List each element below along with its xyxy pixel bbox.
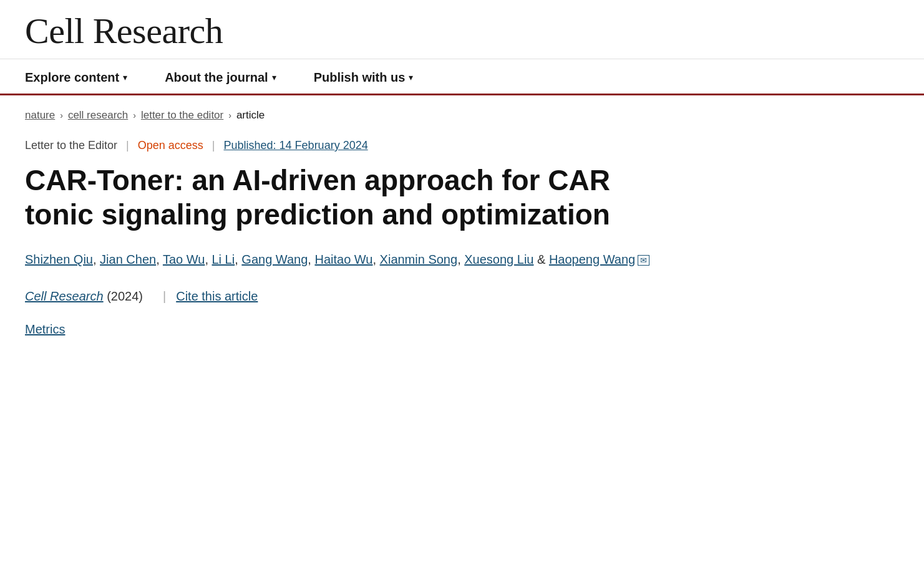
email-icon: ✉ [638,255,649,266]
site-header: Cell Research [0,0,924,59]
breadcrumb-cell-research[interactable]: cell research [68,109,128,122]
nav-about-label: About the journal [165,70,268,85]
nav-publish-with-us[interactable]: Publish with us ▾ [314,70,414,85]
authors-section: Shizhen Qiu, Jian Chen, Tao Wu, Li Li, G… [0,244,749,281]
author-xuesong-liu[interactable]: Xuesong Liu [464,253,533,266]
nav-publish-label: Publish with us [314,70,406,85]
cite-this-article[interactable]: Cite this article [176,289,258,304]
author-sep-5: , [372,253,379,266]
breadcrumb-sep-2: › [133,110,136,120]
nav-about-chevron: ▾ [272,72,276,82]
nav-publish-chevron: ▾ [409,72,413,82]
author-sep-6: , [457,253,464,266]
author-xianmin-song[interactable]: Xianmin Song [380,253,458,266]
author-li-li[interactable]: Li Li [212,253,235,266]
nav-about-journal[interactable]: About the journal ▾ [165,70,276,85]
citation-year: (2024) [104,289,143,304]
breadcrumb-sep-1: › [60,110,63,120]
meta-sep-1: | [126,139,129,152]
citation-bar: Cell Research (2024) | Cite this article [0,281,924,312]
article-title: CAR-Toner: an AI-driven approach for CAR… [0,157,686,244]
published-date[interactable]: Published: 14 February 2024 [224,139,368,152]
citation-pipe: | [163,289,166,304]
author-sep-2: , [205,253,212,266]
author-sep-4: , [308,253,314,266]
article-type: Letter to the Editor [25,139,117,152]
article-meta: Letter to the Editor | Open access | Pub… [0,133,924,157]
breadcrumb-article: article [236,109,265,122]
author-sep-0: , [93,253,100,266]
author-sep-3: , [235,253,241,266]
open-access-badge[interactable]: Open access [138,139,203,152]
author-haopeng-wang[interactable]: Haopeng Wang [549,253,635,266]
author-sep-7: & [533,253,548,266]
author-gang-wang[interactable]: Gang Wang [241,253,308,266]
breadcrumb: nature › cell research › letter to the e… [0,95,924,133]
author-tao-wu[interactable]: Tao Wu [163,253,205,266]
metrics-link[interactable]: Metrics [25,322,65,336]
nav-explore-chevron: ▾ [123,72,127,82]
nav-explore-label: Explore content [25,70,119,85]
breadcrumb-sep-3: › [228,110,231,120]
breadcrumb-letter-to-editor[interactable]: letter to the editor [141,109,223,122]
navigation-bar: Explore content ▾ About the journal ▾ Pu… [0,59,924,95]
nav-explore-content[interactable]: Explore content ▾ [25,70,127,85]
author-jian-chen[interactable]: Jian Chen [100,253,156,266]
breadcrumb-nature[interactable]: nature [25,109,55,122]
citation-journal[interactable]: Cell Research [25,289,104,304]
author-sep-1: , [156,253,163,266]
author-shizhen-qiu[interactable]: Shizhen Qiu [25,253,93,266]
meta-sep-2: | [212,139,215,152]
metrics-section: Metrics [0,312,924,349]
author-haitao-wu[interactable]: Haitao Wu [314,253,372,266]
site-title: Cell Research [25,11,899,51]
